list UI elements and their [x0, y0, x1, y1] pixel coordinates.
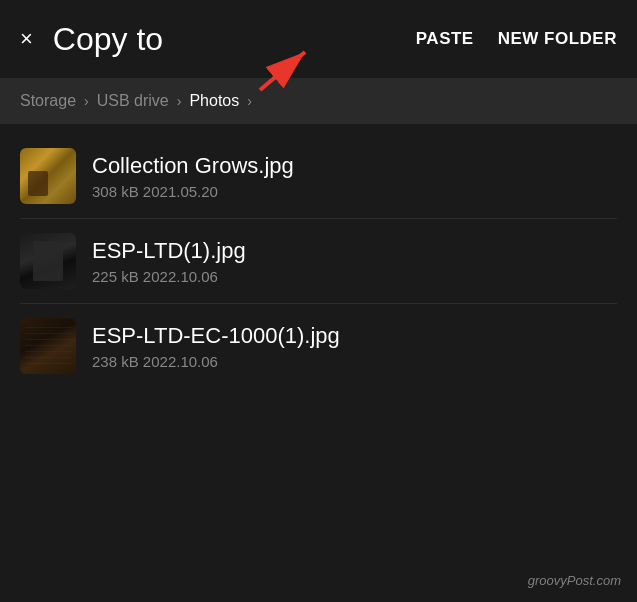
new-folder-button[interactable]: NEW FOLDER [498, 29, 617, 49]
breadcrumb-storage[interactable]: Storage [20, 92, 76, 110]
file-name-2: ESP-LTD(1).jpg [92, 238, 617, 264]
breadcrumb-photos[interactable]: Photos [189, 92, 239, 110]
table-row[interactable]: Collection Grows.jpg 308 kB 2021.05.20 [0, 134, 637, 218]
close-button[interactable]: × [20, 28, 33, 50]
breadcrumb-sep-3: › [247, 93, 252, 109]
file-meta-2: 225 kB 2022.10.06 [92, 268, 617, 285]
file-name-1: Collection Grows.jpg [92, 153, 617, 179]
file-name-3: ESP-LTD-EC-1000(1).jpg [92, 323, 617, 349]
breadcrumb-usb-drive[interactable]: USB drive [97, 92, 169, 110]
file-info-2: ESP-LTD(1).jpg 225 kB 2022.10.06 [92, 238, 617, 285]
file-thumbnail-1 [20, 148, 76, 204]
file-info-3: ESP-LTD-EC-1000(1).jpg 238 kB 2022.10.06 [92, 323, 617, 370]
watermark: groovyPost.com [528, 573, 621, 588]
file-meta-1: 308 kB 2021.05.20 [92, 183, 617, 200]
table-row[interactable]: ESP-LTD(1).jpg 225 kB 2022.10.06 [0, 219, 637, 303]
breadcrumb: Storage › USB drive › Photos › [0, 78, 637, 124]
header: × Copy to PASTE NEW FOLDER [0, 0, 637, 78]
breadcrumb-sep-2: › [177, 93, 182, 109]
header-actions: PASTE NEW FOLDER [416, 29, 617, 49]
page-title: Copy to [53, 21, 163, 58]
table-row[interactable]: ESP-LTD-EC-1000(1).jpg 238 kB 2022.10.06 [0, 304, 637, 388]
file-meta-3: 238 kB 2022.10.06 [92, 353, 617, 370]
file-thumbnail-3 [20, 318, 76, 374]
file-list: Collection Grows.jpg 308 kB 2021.05.20 E… [0, 124, 637, 398]
file-info-1: Collection Grows.jpg 308 kB 2021.05.20 [92, 153, 617, 200]
paste-button[interactable]: PASTE [416, 29, 474, 49]
file-thumbnail-2 [20, 233, 76, 289]
breadcrumb-sep-1: › [84, 93, 89, 109]
